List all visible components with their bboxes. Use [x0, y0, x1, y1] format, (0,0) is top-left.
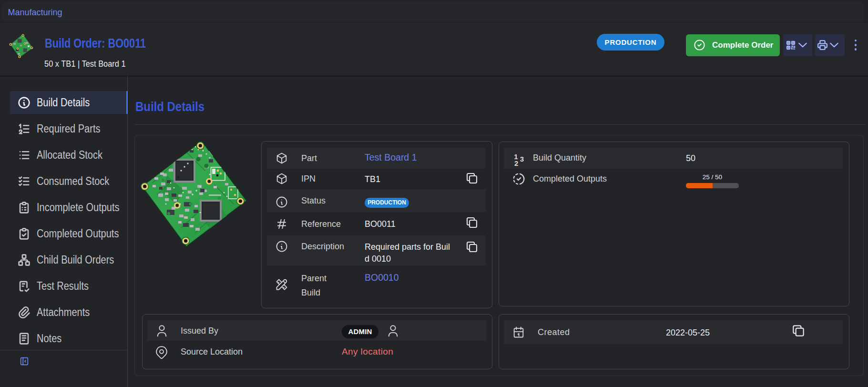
- svg-text:3: 3: [520, 155, 524, 163]
- svg-text:2: 2: [514, 159, 518, 166]
